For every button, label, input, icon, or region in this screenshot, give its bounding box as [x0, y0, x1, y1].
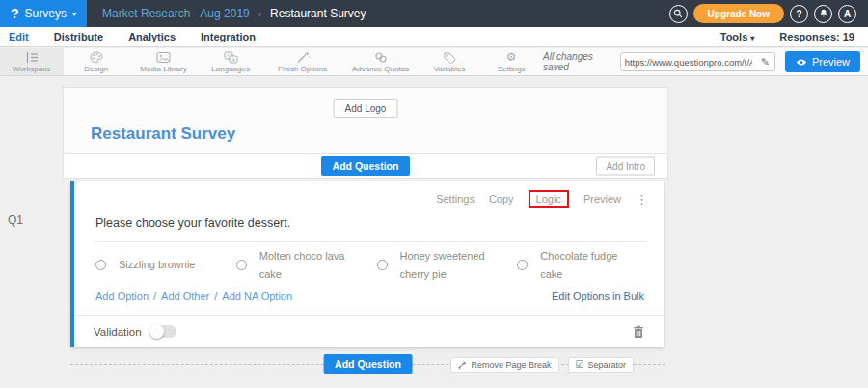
add-intro-button[interactable]: Add Intro [596, 157, 655, 176]
survey-header-actions: Add Question Add Intro [63, 154, 668, 179]
answer-option-label[interactable]: Molten choco lava cake [259, 247, 356, 283]
add-question-button-top[interactable]: Add Question [321, 156, 411, 176]
product-label: Surveys [25, 7, 67, 20]
search-button[interactable] [669, 5, 688, 23]
nav-right: Tools ▾ Responses: 19 [720, 31, 868, 42]
surveys-product-menu[interactable]: ? Surveys ▾ [0, 0, 87, 27]
preview-button[interactable]: Preview [785, 51, 860, 72]
question-text[interactable]: Please choose your favorite dessert. [95, 216, 646, 242]
tab-edit[interactable]: Edit [0, 31, 41, 42]
breadcrumb-current: Restaurant Survey [270, 7, 366, 20]
toolbar-item-variables[interactable]: Variables [420, 48, 479, 75]
separator-label: Separator [587, 360, 626, 370]
responses-count[interactable]: Responses: 19 [779, 31, 854, 42]
breadcrumb-parent[interactable]: Market Research - Aug 2019 [102, 7, 250, 20]
tab-analytics[interactable]: Analytics [116, 31, 188, 42]
question-footer: Validation [74, 315, 664, 347]
survey-title[interactable]: Restaurant Survey [91, 125, 235, 144]
translate-icon: xA [224, 51, 238, 64]
link-separator: / [214, 291, 217, 302]
tools-dropdown[interactable]: Tools ▾ [720, 31, 755, 42]
answer-options: Sizzling brownie Molten choco lava cake … [95, 247, 658, 283]
add-option-link[interactable]: Add Option [95, 291, 149, 302]
toggle-knob [149, 324, 164, 339]
tools-label: Tools [720, 31, 748, 42]
answer-option[interactable]: Sizzling brownie [95, 247, 236, 283]
toolbar-right: All changes saved ✎ Preview [543, 48, 868, 75]
toolbar-item-design[interactable]: Design [64, 48, 129, 75]
add-other-link[interactable]: Add Other [161, 291, 209, 302]
tab-distribute[interactable]: Distribute [41, 31, 116, 42]
tab-integration[interactable]: Integration [188, 31, 268, 42]
question-logic-link-highlighted[interactable]: Logic [529, 190, 569, 208]
radio-icon[interactable] [95, 260, 106, 270]
chain-links-icon [374, 51, 388, 64]
toolbar-item-media-library[interactable]: Media Library [129, 48, 199, 75]
checkbox-checked-icon: ☑ [576, 360, 584, 370]
toolbar-item-finish-options[interactable]: Finish Options [263, 48, 341, 75]
validation-label: Validation [94, 326, 142, 338]
upgrade-now-button[interactable]: Upgrade Now [693, 4, 784, 23]
toolbar-item-settings[interactable]: ⚙ Settings [479, 48, 543, 75]
question-copy-link[interactable]: Copy [489, 193, 514, 205]
question-settings-link[interactable]: Settings [436, 193, 475, 205]
survey-card: Add Logo Restaurant Survey Add Question … [63, 87, 668, 179]
add-question-button-bottom[interactable]: Add Question [323, 354, 413, 374]
topbar-actions: Upgrade Now ? A [669, 4, 868, 23]
survey-nav-tabs: Edit Distribute Analytics Integration To… [0, 27, 868, 47]
answer-option-label[interactable]: Honey sweetened cherry pie [400, 247, 497, 283]
add-na-option-link[interactable]: Add NA Option [222, 291, 292, 302]
answer-option[interactable]: Honey sweetened cherry pie [377, 247, 518, 283]
radio-icon[interactable] [517, 260, 528, 270]
avatar-letter: A [844, 9, 851, 19]
account-avatar[interactable]: A [838, 5, 856, 23]
toolbar-item-label: Media Library [140, 65, 186, 73]
page-break-row: Add Question Remove Page Break ☑ Separat… [70, 353, 665, 374]
toolbar-item-label: Settings [498, 65, 526, 73]
toolbar-item-advance-quotas[interactable]: Advance Quotas [341, 48, 420, 75]
question-block-q1: Settings Copy Logic Preview ⋮ Please cho… [70, 181, 664, 347]
radio-icon[interactable] [236, 260, 247, 270]
more-options-icon[interactable]: ⋮ [636, 193, 648, 206]
breadcrumb: Market Research - Aug 2019 › Restaurant … [102, 7, 366, 20]
question-preview-link[interactable]: Preview [583, 193, 621, 205]
separator-button[interactable]: ☑ Separator [568, 357, 635, 373]
answer-option-label[interactable]: Sizzling brownie [119, 256, 195, 274]
answer-option[interactable]: Molten choco lava cake [236, 247, 377, 283]
edit-toolbar: Workspace Design Media Library xA Langua… [0, 48, 868, 76]
question-actions: Settings Copy Logic Preview ⋮ [436, 190, 648, 208]
question-number-label: Q1 [8, 213, 23, 227]
remove-page-break-button[interactable]: Remove Page Break [450, 357, 558, 373]
workspace-icon [25, 51, 39, 64]
toolbar-item-languages[interactable]: xA Languages [198, 48, 263, 75]
chevron-down-icon: ▾ [72, 10, 76, 18]
delete-question-button[interactable] [633, 325, 644, 339]
toolbar-item-label: Workspace [13, 65, 51, 73]
questionpro-logo-icon: ? [11, 7, 19, 20]
toolbar-item-label: Languages [211, 65, 250, 73]
help-icon: ? [796, 9, 801, 19]
validation-toggle[interactable] [150, 325, 176, 338]
option-links: Add Option / Add Other / Add NA Option [95, 291, 292, 302]
toolbar-item-label: Advance Quotas [352, 65, 409, 73]
chevron-down-icon: ▾ [750, 34, 754, 42]
answer-option[interactable]: Chocolate fudge cake [517, 247, 658, 283]
pencil-icon[interactable]: ✎ [756, 56, 774, 69]
answer-option-label[interactable]: Chocolate fudge cake [540, 247, 637, 283]
eye-icon [796, 58, 807, 67]
breadcrumb-separator-icon: › [258, 9, 261, 19]
palette-icon [90, 51, 103, 64]
svg-text:A: A [231, 57, 235, 63]
edit-options-in-bulk-link[interactable]: Edit Options in Bulk [552, 291, 644, 302]
toolbar-item-label: Design [84, 65, 108, 73]
save-status: All changes saved [543, 51, 610, 72]
toolbar-item-label: Finish Options [278, 65, 327, 73]
notifications-button[interactable] [814, 5, 832, 23]
page-break-icon [458, 361, 467, 370]
help-button[interactable]: ? [790, 5, 808, 23]
search-icon [673, 9, 683, 18]
toolbar-item-workspace[interactable]: Workspace [0, 48, 64, 75]
radio-icon[interactable] [377, 260, 388, 270]
survey-url-input[interactable] [621, 57, 756, 68]
add-logo-button[interactable]: Add Logo [334, 99, 398, 118]
